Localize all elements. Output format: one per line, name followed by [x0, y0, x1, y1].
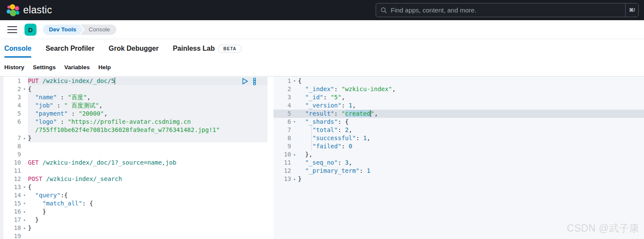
brand-wordmark: elastic	[23, 4, 52, 16]
fold-toggle-icon[interactable]: ▴	[21, 224, 28, 232]
code-line[interactable]: 4 "job" : " 百度测试",	[0, 101, 273, 110]
elastic-logo[interactable]	[6, 3, 20, 17]
search-shortcut-badge: ⌘/	[625, 3, 638, 17]
code-line[interactable]: /755ff10be62f4e7081bc36028fa9eafe_w77634…	[0, 126, 273, 134]
menu-item-settings[interactable]: Settings	[33, 64, 56, 70]
code-line[interactable]: 10▴ },	[273, 150, 644, 159]
code-line[interactable]: 5 "result": "created",	[273, 110, 644, 118]
line-number: 9	[273, 142, 291, 150]
tab-console[interactable]: Console	[4, 39, 31, 58]
fold-toggle-icon[interactable]: ▾	[291, 77, 298, 85]
code-line[interactable]: 8 "successful": 1,	[273, 134, 644, 142]
fold-spacer	[291, 110, 298, 118]
tab-search-profiler[interactable]: Search Profiler	[46, 39, 94, 58]
code-line[interactable]: 16▴ }	[0, 208, 273, 216]
console-menu: HistorySettingsVariablesHelp	[0, 58, 644, 76]
code-line[interactable]: 12 "_primary_term": 1	[273, 167, 644, 175]
code-line[interactable]: 15▾ "match_all": {	[0, 199, 273, 208]
text-cursor	[115, 77, 115, 84]
code-line[interactable]: 18▴}	[0, 224, 273, 232]
response-viewer[interactable]: 1▾{2 "_index": "wzkicu-index",3 "_id": "…	[273, 77, 644, 239]
fold-spacer	[21, 110, 28, 118]
line-number: 8	[273, 134, 291, 142]
code-line[interactable]: 19	[0, 232, 273, 239]
code-line[interactable]: 11	[0, 167, 273, 175]
line-number: 2	[0, 85, 21, 93]
dev-tools-app-icon[interactable]: D	[24, 24, 36, 36]
fold-spacer	[21, 118, 28, 126]
menu-item-help[interactable]: Help	[98, 64, 111, 70]
fold-toggle-icon[interactable]: ▴	[21, 216, 28, 224]
code-line[interactable]: 17▴ }	[0, 216, 273, 224]
global-header: elastic ⌘/	[0, 0, 644, 20]
line-number: 13	[0, 183, 21, 191]
code-line[interactable]: 4 "_version": 1,	[273, 101, 644, 110]
code-line[interactable]: 3 "_id": "5",	[273, 93, 644, 101]
global-search[interactable]: ⌘/	[376, 3, 639, 17]
breadcrumb-dev-tools[interactable]: Dev Tools	[43, 25, 83, 35]
code-line[interactable]: 14▾ "query":{	[0, 191, 273, 199]
code-line[interactable]: 5 "payment" : "20000",	[0, 110, 273, 118]
code-line[interactable]: 6▾ "_shards": {	[273, 118, 644, 126]
menu-item-history[interactable]: History	[4, 64, 24, 70]
line-number: 10	[273, 150, 291, 159]
code-line[interactable]: 8	[0, 142, 273, 150]
fold-toggle-icon[interactable]: ▾	[21, 199, 28, 208]
fold-toggle-icon[interactable]: ▴	[291, 150, 298, 159]
line-number: 3	[0, 93, 21, 101]
fold-toggle-icon[interactable]: ▴	[21, 134, 28, 142]
fold-spacer	[21, 126, 28, 134]
code-line[interactable]: 1PUT /wzkicu-index/_doc/5	[0, 77, 273, 85]
fold-spacer	[291, 126, 298, 134]
menu-icon[interactable]	[7, 26, 17, 33]
line-number: 9	[0, 150, 21, 159]
breadcrumb-console[interactable]: Console	[81, 25, 117, 35]
fold-toggle-icon[interactable]: ▾	[21, 183, 28, 191]
code-line[interactable]: 12POST /wzkicu-index/_search	[0, 175, 273, 183]
fold-toggle-icon[interactable]: ▾	[21, 191, 28, 199]
fold-spacer	[291, 134, 298, 142]
code-line[interactable]: 7▴}	[0, 134, 273, 142]
code-line[interactable]: 11 "_seq_no": 3,	[273, 159, 644, 167]
fold-spacer	[291, 142, 298, 150]
fold-spacer	[21, 150, 28, 159]
line-number: 2	[273, 85, 291, 93]
line-number: 6	[273, 118, 291, 126]
fold-spacer	[291, 101, 298, 110]
menu-item-variables[interactable]: Variables	[64, 64, 90, 70]
console-editor-area: 1PUT /wzkicu-index/_doc/52▾{3 "name" : "…	[0, 76, 644, 239]
fold-spacer	[21, 232, 28, 239]
code-line[interactable]: 3 "name" : "百度",	[0, 93, 273, 101]
beta-badge: BETA	[218, 45, 241, 53]
code-line[interactable]: 9 "failed": 0	[273, 142, 644, 150]
request-options-icon[interactable]	[253, 78, 256, 85]
line-number: 5	[0, 110, 21, 118]
line-number: 17	[0, 216, 21, 224]
line-number: 4	[0, 101, 21, 110]
fold-spacer	[21, 93, 28, 101]
code-line[interactable]: 13▾{	[0, 183, 273, 191]
line-number: 12	[273, 167, 291, 175]
fold-toggle-icon[interactable]: ▾	[21, 85, 28, 93]
code-line[interactable]: 2 "_index": "wzkicu-index",	[273, 85, 644, 93]
search-input[interactable]	[387, 6, 625, 14]
line-number: 12	[0, 175, 21, 183]
code-line[interactable]: 6 "logo" : "https://profile-avatar.csdni…	[0, 118, 273, 126]
code-line[interactable]: 1▾{	[273, 77, 644, 85]
code-line[interactable]: 9	[0, 150, 273, 159]
tab-painless-lab[interactable]: Painless LabBETA	[173, 39, 241, 58]
kibana-dev-tools-console: elastic ⌘/ D Dev ToolsConsole ConsoleSea…	[0, 0, 644, 239]
code-line[interactable]: 10GET /wzkicu-index/_doc/1?_source=name,…	[0, 159, 273, 167]
tab-grok-debugger[interactable]: Grok Debugger	[109, 39, 158, 58]
fold-toggle-icon[interactable]: ▴	[21, 208, 28, 216]
code-line[interactable]: 13▴}	[273, 175, 644, 183]
fold-toggle-icon[interactable]: ▴	[291, 175, 298, 183]
code-line[interactable]: 7 "total": 2,	[273, 126, 644, 134]
request-editor[interactable]: 1PUT /wzkicu-index/_doc/52▾{3 "name" : "…	[0, 77, 273, 239]
code-line[interactable]: 2▾{	[0, 85, 273, 93]
fold-toggle-icon[interactable]: ▾	[291, 118, 298, 126]
tab-bar: ConsoleSearch ProfilerGrok DebuggerPainl…	[0, 39, 644, 58]
line-number: 1	[0, 77, 21, 85]
fold-spacer	[21, 101, 28, 110]
send-request-icon[interactable]	[242, 78, 249, 85]
